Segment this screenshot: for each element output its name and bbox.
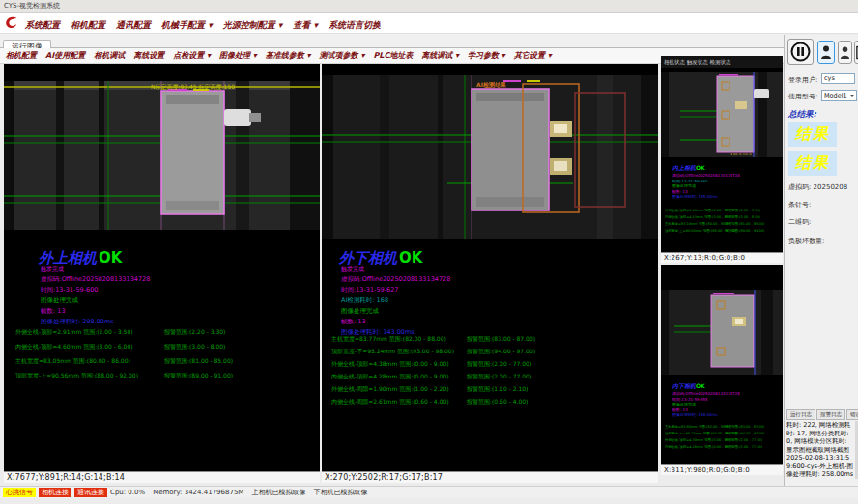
- menu-item[interactable]: 系统配置: [25, 20, 60, 30]
- bottom-camera-sim-status: 下相机已模拟取像: [313, 488, 367, 497]
- alarm-range: 报警范围:(94.00 - 97.00): [467, 348, 535, 356]
- measurement-row: 外侧全线-间隙=1.90mm 范围:(1.00 - 2.20) 报警范围:(1.…: [322, 385, 658, 398]
- info-line: 虚拟码:Offline20250208133134728: [41, 274, 150, 285]
- tab-row: 运行图像: [0, 34, 784, 48]
- measurement-value: 主机宽度=83.10mm 范围:(80.00 - 86.00): [665, 222, 731, 226]
- toolbar-items: 相机配置AI使用配置相机调试离线设置点检设置 ▾图像处理 ▾基准线参数 ▾测试项…: [6, 50, 560, 61]
- user-admin-button[interactable]: [838, 41, 852, 64]
- model-select[interactable]: Model1: [821, 90, 857, 101]
- camera-connection-badge: 相机连接: [39, 488, 72, 497]
- camera-info-lines: 虚拟码:Offline20250208133134728时间:13-31-59-…: [341, 274, 450, 338]
- toolbar-button[interactable]: 离线调试 ▾: [421, 50, 459, 61]
- alarm-range: 报警范围:(2.00 - 77.00): [467, 373, 531, 381]
- window-title-bar: CYS-视觉检测系统: [0, 0, 858, 13]
- measurement-list: 主机宽度=83.80mm 范围:(82.00 - 88.00) 报警范围:(83…: [661, 425, 783, 452]
- toolbar-button[interactable]: 离线设置: [133, 50, 164, 61]
- alarm-range: 报警范围:(81.00 - 85.00): [164, 357, 233, 366]
- menu-bar: 系统配置相机配置通讯配置机械手配置 ▾光源控制配置 ▾查看 ▾系统语言切换: [0, 13, 858, 34]
- measurement-value: 内侧全线-间隙=2.61mm 范围:(0.60 - 4.00): [331, 398, 449, 406]
- menu-item[interactable]: 系统语言切换: [329, 20, 381, 30]
- alarm-range: 报警范围:(89.00 - 91.00): [164, 372, 233, 380]
- measurement-row: 内侧全线-顶部=4.28mm 范围:(0.00 - 9.00) 报警范围:(2.…: [322, 373, 658, 385]
- toolbar-button[interactable]: 其它设置 ▾: [514, 50, 552, 61]
- exit-button[interactable]: [854, 41, 858, 64]
- measurement-value: 外侧全线-顶部=4.38mm 范围:(0.00 - 9.00): [331, 360, 449, 369]
- virtual-code-caption: 虚拟码:: [788, 183, 811, 191]
- ok-status: OK: [696, 164, 705, 171]
- ai-result-label: AI检测结果: [476, 81, 506, 90]
- info-line: 时间:13-31-59-600: [41, 285, 150, 295]
- measurement-row: 主机宽度=83.10mm 范围:(80.00 - 86.00) 报警范围:(81…: [661, 222, 783, 229]
- log-tab[interactable]: 错误日志: [846, 409, 858, 420]
- login-user-field[interactable]: cys: [821, 73, 855, 84]
- log-tabs: 运行日志报警日志错误日志: [786, 409, 858, 420]
- toolbar-button[interactable]: 基准线参数 ▾: [266, 50, 311, 61]
- camera-image-inner-bottom: [661, 290, 783, 375]
- measurement-row: 顶部宽度-上=90.60mm 范围:(88.00 - 92.00) 报警范围:(…: [661, 229, 783, 236]
- menu-item[interactable]: 机械手配置 ▾: [161, 20, 213, 30]
- toolbar-button[interactable]: 点检设置 ▾: [173, 50, 211, 61]
- camera-view-outer-top[interactable]: N标定高度:93.45 标定高度:150 外上相机OK 触发完成 虚拟码:Off…: [4, 64, 320, 483]
- info-line: 虚拟码:Offline20250208133134728: [672, 391, 740, 397]
- info-line: 虚拟码:Offline20250208133134728: [672, 173, 740, 179]
- toolbar-button[interactable]: PLC地址表: [373, 50, 413, 61]
- measurement-row: 外侧全线-顶部=2.96mm 范围:(2.00 - 3.50) 报警范围:(2.…: [661, 209, 783, 215]
- pause-icon: [790, 42, 811, 62]
- info-line: 图像处理耗时: 165.00ms: [672, 194, 740, 200]
- camera-view-inner-bottom[interactable]: 内下相机OK 虚拟码:Offline20250208133134728时间:13…: [661, 265, 783, 475]
- login-user-label: 登录用户:: [788, 75, 817, 85]
- toolbar-button[interactable]: 学习参数 ▾: [468, 50, 505, 61]
- qr-code-label: 二维码:: [788, 217, 811, 227]
- menu-item[interactable]: 通讯配置: [116, 20, 151, 30]
- log-text: 耗时: 222, 网络检测耗时: 17, 网络分类耗时: 0, 网络模块分区耗时…: [786, 421, 855, 479]
- info-line: AI检测耗时: 168: [341, 295, 450, 306]
- user-icon: [820, 44, 832, 60]
- menu-items: 系统配置相机配置通讯配置机械手配置 ▾光源控制配置 ▾查看 ▾系统语言切换: [25, 14, 391, 32]
- measurement-value: 外侧全线-顶部=2.96mm 范围:(2.00 - 3.50): [665, 209, 733, 212]
- pin-number-label: 条针号:: [788, 200, 811, 210]
- ok-status: OK: [99, 249, 122, 266]
- alarm-range: 报警范围:(2.00 - 77.00): [725, 438, 762, 442]
- memory-usage: Memory: 3424.41796875M: [153, 489, 243, 496]
- info-line: 图像处理耗时: 158.00ms: [672, 412, 740, 418]
- measurement-row: 外侧全线-顶部=2.91mm 范围:(2.00 - 3.50) 报警范围:(2.…: [4, 328, 320, 343]
- camera-title: 内上相机OK: [672, 164, 705, 173]
- toolbar-button[interactable]: 相机配置: [6, 50, 37, 61]
- menu-item[interactable]: 光源控制配置 ▾: [223, 20, 283, 30]
- menu-item[interactable]: 相机配置: [71, 20, 105, 30]
- measurement-row: 外侧全线-顶部=4.30mm 范围:(0.00 - 9.00) 报警范围:(2.…: [661, 438, 783, 445]
- menu-item[interactable]: 查看 ▾: [293, 20, 318, 30]
- alarm-range: 报警范围:(2.20 - 3.30): [164, 328, 225, 337]
- camera-view-inner-top[interactable]: 132.0 X1.0 内上相机OK 虚拟码:Offline20250208133…: [661, 68, 783, 263]
- measurement-value: 外侧全线-间隙=1.90mm 范围:(1.00 - 2.20): [331, 385, 449, 394]
- toolbar-button[interactable]: 测试项参数 ▾: [320, 50, 365, 61]
- pause-button[interactable]: [787, 39, 814, 65]
- measurement-value: 内侧全线-顶部=4.28mm 范围:(0.00 - 9.00): [331, 373, 449, 381]
- ring-count-label: 负极环数量:: [788, 237, 824, 246]
- status-bar: 心跳信号 相机连接 通讯连接 Cpu: 0.0% Memory: 3424.41…: [0, 486, 858, 498]
- log-tab[interactable]: 报警日志: [816, 409, 845, 420]
- toolbar-button[interactable]: 相机调试: [94, 50, 125, 61]
- alarm-range: 报警范围:(0.60 - 4.00): [467, 398, 528, 406]
- alarm-range: 报警范围:(2.00 - 77.00): [467, 360, 531, 369]
- result-box-bottom: 结果: [788, 151, 837, 176]
- alarm-range: 报警范围:(94.00 - 97.00): [725, 432, 764, 435]
- toolbar-button[interactable]: 图像处理 ▾: [219, 50, 257, 61]
- pixel-coords-bar: X:270;Y:2502;R:17;G:17;B:17: [322, 471, 658, 483]
- camera-image-inner-top: 132.0 X1.0: [661, 72, 783, 157]
- log-tab[interactable]: 运行日志: [786, 409, 815, 420]
- camera-view-outer-bottom[interactable]: AI检测结果 外下相机OK 触发完成 虚拟码:Offline2025020813…: [322, 64, 658, 483]
- toolbar-button[interactable]: AI使用配置: [45, 50, 85, 61]
- alarm-range: 报警范围:(2.20 - 3.30): [725, 209, 760, 212]
- measurement-value: 外侧全线-顶部=2.91mm 范围:(2.00 - 3.50): [15, 328, 133, 337]
- ok-status: OK: [696, 382, 705, 389]
- user-login-button[interactable]: [817, 41, 835, 64]
- measurement-value: 主机宽度=83.77mm 范围:(82.00 - 88.00): [331, 335, 446, 344]
- measurement-value: 内侧全线-顶部=4.26mm 范围:(0.00 - 9.00): [665, 445, 733, 449]
- alarm-range: 报警范围:(83.00 - 87.00): [467, 335, 535, 344]
- cpu-usage: Cpu: 0.0%: [110, 489, 145, 496]
- comm-connection-badge: 通讯连接: [74, 488, 107, 497]
- alarm-range: 报警范围:(83.00 - 87.00): [725, 425, 764, 429]
- info-line: 图像处理耗时: 298.00ms: [41, 317, 150, 327]
- camera-name: 外下相机: [339, 249, 397, 266]
